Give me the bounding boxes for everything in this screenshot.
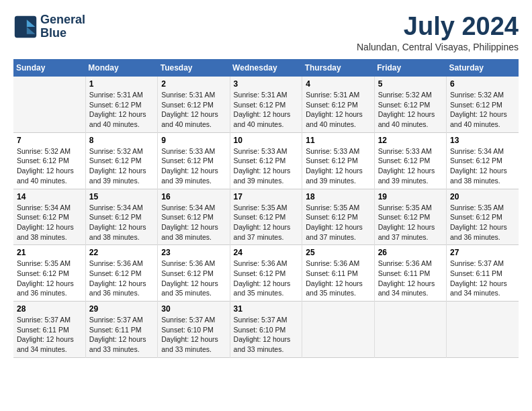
cell-info: Sunrise: 5:32 AM Sunset: 6:12 PM Dayligh… bbox=[89, 146, 154, 186]
calendar-cell: 11Sunrise: 5:33 AM Sunset: 6:12 PM Dayli… bbox=[302, 132, 374, 189]
weekday-header: Wednesday bbox=[230, 59, 302, 77]
calendar-cell bbox=[447, 302, 519, 358]
day-number: 12 bbox=[378, 136, 443, 145]
day-number: 7 bbox=[17, 136, 82, 145]
cell-info: Sunrise: 5:34 AM Sunset: 6:12 PM Dayligh… bbox=[161, 203, 226, 242]
day-number: 22 bbox=[89, 248, 154, 257]
calendar-cell: 15Sunrise: 5:34 AM Sunset: 6:12 PM Dayli… bbox=[85, 189, 157, 245]
day-number: 14 bbox=[17, 192, 82, 201]
calendar-cell: 31Sunrise: 5:37 AM Sunset: 6:10 PM Dayli… bbox=[230, 302, 302, 358]
header: General Blue July 2024 Nalundan, Central… bbox=[13, 13, 519, 52]
day-number: 10 bbox=[234, 136, 299, 145]
cell-info: Sunrise: 5:36 AM Sunset: 6:11 PM Dayligh… bbox=[306, 259, 370, 298]
cell-info: Sunrise: 5:36 AM Sunset: 6:11 PM Dayligh… bbox=[378, 259, 443, 298]
cell-info: Sunrise: 5:36 AM Sunset: 6:12 PM Dayligh… bbox=[234, 259, 299, 298]
calendar-cell: 1Sunrise: 5:31 AM Sunset: 6:12 PM Daylig… bbox=[85, 77, 157, 132]
cell-info: Sunrise: 5:37 AM Sunset: 6:11 PM Dayligh… bbox=[17, 315, 82, 355]
day-number: 23 bbox=[161, 248, 226, 257]
calendar-cell: 2Sunrise: 5:31 AM Sunset: 6:12 PM Daylig… bbox=[158, 77, 230, 132]
calendar-cell: 4Sunrise: 5:31 AM Sunset: 6:12 PM Daylig… bbox=[302, 77, 374, 132]
day-number: 19 bbox=[378, 192, 443, 201]
cell-info: Sunrise: 5:35 AM Sunset: 6:12 PM Dayligh… bbox=[306, 203, 370, 242]
day-number: 30 bbox=[161, 304, 226, 314]
calendar-cell: 14Sunrise: 5:34 AM Sunset: 6:12 PM Dayli… bbox=[13, 189, 85, 245]
weekday-header: Saturday bbox=[447, 59, 519, 77]
cell-info: Sunrise: 5:37 AM Sunset: 6:10 PM Dayligh… bbox=[234, 315, 299, 355]
cell-info: Sunrise: 5:37 AM Sunset: 6:10 PM Dayligh… bbox=[161, 315, 226, 355]
cell-info: Sunrise: 5:34 AM Sunset: 6:12 PM Dayligh… bbox=[89, 203, 154, 242]
cell-info: Sunrise: 5:35 AM Sunset: 6:12 PM Dayligh… bbox=[17, 259, 82, 298]
day-number: 21 bbox=[17, 248, 82, 257]
cell-info: Sunrise: 5:32 AM Sunset: 6:12 PM Dayligh… bbox=[378, 90, 443, 130]
cell-info: Sunrise: 5:32 AM Sunset: 6:12 PM Dayligh… bbox=[450, 90, 515, 130]
day-number: 31 bbox=[234, 304, 299, 314]
weekday-header: Sunday bbox=[13, 59, 85, 77]
calendar-week-row: 21Sunrise: 5:35 AM Sunset: 6:12 PM Dayli… bbox=[13, 245, 519, 302]
day-number: 18 bbox=[306, 192, 370, 201]
day-number: 8 bbox=[89, 136, 154, 145]
cell-info: Sunrise: 5:31 AM Sunset: 6:12 PM Dayligh… bbox=[234, 90, 299, 130]
calendar-cell: 16Sunrise: 5:34 AM Sunset: 6:12 PM Dayli… bbox=[158, 189, 230, 245]
day-number: 27 bbox=[450, 248, 515, 257]
calendar-cell: 6Sunrise: 5:32 AM Sunset: 6:12 PM Daylig… bbox=[447, 77, 519, 132]
day-number: 17 bbox=[234, 192, 299, 201]
calendar-cell: 21Sunrise: 5:35 AM Sunset: 6:12 PM Dayli… bbox=[13, 245, 85, 302]
title-area: July 2024 Nalundan, Central Visayas, Phi… bbox=[357, 13, 519, 52]
calendar-cell bbox=[13, 77, 85, 132]
day-number: 5 bbox=[378, 79, 443, 89]
cell-info: Sunrise: 5:33 AM Sunset: 6:12 PM Dayligh… bbox=[234, 146, 299, 186]
calendar-cell: 17Sunrise: 5:35 AM Sunset: 6:12 PM Dayli… bbox=[230, 189, 302, 245]
calendar-cell: 20Sunrise: 5:35 AM Sunset: 6:12 PM Dayli… bbox=[447, 189, 519, 245]
calendar-cell: 29Sunrise: 5:37 AM Sunset: 6:11 PM Dayli… bbox=[85, 302, 157, 358]
calendar-cell bbox=[374, 302, 446, 358]
calendar-cell: 7Sunrise: 5:32 AM Sunset: 6:12 PM Daylig… bbox=[13, 132, 85, 189]
calendar-cell: 22Sunrise: 5:36 AM Sunset: 6:12 PM Dayli… bbox=[85, 245, 157, 302]
cell-info: Sunrise: 5:36 AM Sunset: 6:12 PM Dayligh… bbox=[89, 259, 154, 298]
day-number: 15 bbox=[89, 192, 154, 201]
calendar-cell: 26Sunrise: 5:36 AM Sunset: 6:11 PM Dayli… bbox=[374, 245, 446, 302]
logo-text-line2: Blue bbox=[40, 27, 85, 40]
calendar-week-row: 1Sunrise: 5:31 AM Sunset: 6:12 PM Daylig… bbox=[13, 77, 519, 132]
calendar-week-row: 14Sunrise: 5:34 AM Sunset: 6:12 PM Dayli… bbox=[13, 189, 519, 245]
cell-info: Sunrise: 5:31 AM Sunset: 6:12 PM Dayligh… bbox=[306, 90, 370, 130]
month-title: July 2024 bbox=[357, 13, 519, 39]
location: Nalundan, Central Visayas, Philippines bbox=[357, 42, 519, 52]
day-number: 26 bbox=[378, 248, 443, 257]
cell-info: Sunrise: 5:33 AM Sunset: 6:12 PM Dayligh… bbox=[161, 146, 226, 186]
calendar-cell: 23Sunrise: 5:36 AM Sunset: 6:12 PM Dayli… bbox=[158, 245, 230, 302]
weekday-header: Thursday bbox=[302, 59, 374, 77]
day-number: 28 bbox=[17, 304, 82, 314]
day-number: 16 bbox=[161, 192, 226, 201]
weekday-header: Tuesday bbox=[158, 59, 230, 77]
calendar-cell: 12Sunrise: 5:33 AM Sunset: 6:12 PM Dayli… bbox=[374, 132, 446, 189]
day-number: 3 bbox=[234, 79, 299, 89]
cell-info: Sunrise: 5:33 AM Sunset: 6:12 PM Dayligh… bbox=[378, 146, 443, 186]
calendar-cell: 8Sunrise: 5:32 AM Sunset: 6:12 PM Daylig… bbox=[85, 132, 157, 189]
calendar-cell: 28Sunrise: 5:37 AM Sunset: 6:11 PM Dayli… bbox=[13, 302, 85, 358]
calendar-cell: 19Sunrise: 5:35 AM Sunset: 6:12 PM Dayli… bbox=[374, 189, 446, 245]
calendar-cell: 9Sunrise: 5:33 AM Sunset: 6:12 PM Daylig… bbox=[158, 132, 230, 189]
day-number: 6 bbox=[450, 79, 515, 89]
cell-info: Sunrise: 5:34 AM Sunset: 6:12 PM Dayligh… bbox=[17, 203, 82, 242]
weekday-header-row: SundayMondayTuesdayWednesdayThursdayFrid… bbox=[13, 59, 519, 77]
calendar-cell: 10Sunrise: 5:33 AM Sunset: 6:12 PM Dayli… bbox=[230, 132, 302, 189]
calendar-table: SundayMondayTuesdayWednesdayThursdayFrid… bbox=[13, 59, 519, 358]
day-number: 1 bbox=[89, 79, 154, 89]
day-number: 2 bbox=[161, 79, 226, 89]
calendar-cell: 5Sunrise: 5:32 AM Sunset: 6:12 PM Daylig… bbox=[374, 77, 446, 132]
cell-info: Sunrise: 5:32 AM Sunset: 6:12 PM Dayligh… bbox=[17, 146, 82, 186]
cell-info: Sunrise: 5:35 AM Sunset: 6:12 PM Dayligh… bbox=[234, 203, 299, 242]
logo-text-line1: General bbox=[40, 13, 85, 27]
day-number: 9 bbox=[161, 136, 226, 145]
calendar-cell: 13Sunrise: 5:34 AM Sunset: 6:12 PM Dayli… bbox=[447, 132, 519, 189]
day-number: 4 bbox=[306, 79, 370, 89]
cell-info: Sunrise: 5:31 AM Sunset: 6:12 PM Dayligh… bbox=[89, 90, 154, 130]
cell-info: Sunrise: 5:31 AM Sunset: 6:12 PM Dayligh… bbox=[161, 90, 226, 130]
day-number: 24 bbox=[234, 248, 299, 257]
calendar-cell bbox=[302, 302, 374, 358]
calendar-cell: 24Sunrise: 5:36 AM Sunset: 6:12 PM Dayli… bbox=[230, 245, 302, 302]
day-number: 20 bbox=[450, 192, 515, 201]
weekday-header: Monday bbox=[85, 59, 157, 77]
cell-info: Sunrise: 5:34 AM Sunset: 6:12 PM Dayligh… bbox=[450, 146, 515, 186]
weekday-header: Friday bbox=[374, 59, 446, 77]
